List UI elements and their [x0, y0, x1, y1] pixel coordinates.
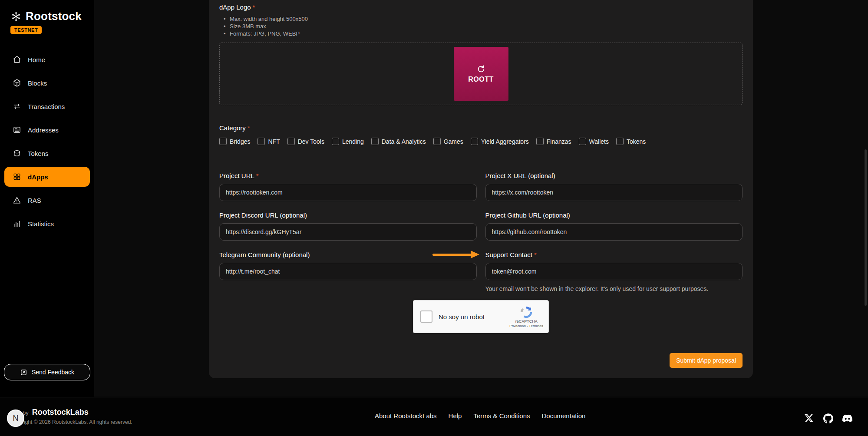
github-icon[interactable]: [823, 413, 833, 423]
logo-preview: ROOTT: [454, 47, 508, 101]
project-github-url-input[interactable]: [485, 223, 743, 241]
rootstock-logo-icon: [10, 11, 22, 22]
required-marker: *: [256, 172, 259, 179]
sidebar: Rootstock TESTNET Home Blocks: [0, 0, 94, 397]
field-support-contact: Support Contact* Your email won't be sho…: [485, 251, 743, 292]
sidebar-item-blocks[interactable]: Blocks: [0, 71, 94, 95]
project-url-input[interactable]: [219, 184, 477, 201]
bar-chart-icon: [12, 219, 22, 228]
home-icon: [12, 55, 22, 64]
addresses-icon: [12, 126, 22, 134]
footer-brand-name[interactable]: RootstockLabs: [32, 408, 89, 417]
testnet-badge: TESTNET: [10, 26, 42, 34]
sidebar-item-home[interactable]: Home: [0, 48, 94, 71]
checkbox-icon[interactable]: [579, 138, 586, 145]
checkbox-icon[interactable]: [287, 138, 295, 145]
checkbox-icon[interactable]: [433, 138, 441, 145]
scrollbar-thumb[interactable]: [865, 149, 867, 306]
logo-requirement: Max. width and height 500x500: [224, 15, 743, 23]
category-checkbox-yield-aggregators[interactable]: Yield Aggregators: [471, 138, 529, 145]
category-option-label: Dev Tools: [298, 138, 324, 145]
sidebar-item-addresses[interactable]: Addresses: [0, 118, 94, 142]
tokens-icon: [12, 149, 22, 158]
notification-badge[interactable]: N: [7, 410, 24, 427]
dapp-proposal-form: dApp Logo* Max. width and height 500x500…: [209, 0, 753, 378]
footer-link-about[interactable]: About RootstockLabs: [375, 412, 437, 419]
x-twitter-icon[interactable]: [804, 413, 814, 423]
category-checkbox-bridges[interactable]: Bridges: [219, 138, 250, 145]
project-x-url-input[interactable]: [485, 184, 743, 201]
logo-requirement: Formats: JPG, PNG, WEBP: [224, 30, 743, 37]
checkbox-icon[interactable]: [536, 138, 544, 145]
dapp-logo-label: dApp Logo*: [219, 3, 743, 11]
checkbox-icon[interactable]: [219, 138, 227, 145]
recaptcha-brand: reCAPTCHA: [515, 319, 538, 324]
annotation-arrow-icon: [432, 251, 480, 258]
sidebar-item-transactions[interactable]: Transactions: [0, 95, 94, 118]
sidebar-item-label: Tokens: [28, 150, 49, 157]
category-checkbox-games[interactable]: Games: [433, 138, 463, 145]
category-checkbox-dev-tools[interactable]: Dev Tools: [287, 138, 324, 145]
feedback-label: Send Feedback: [32, 369, 74, 376]
field-project-github-url: Project Github URL (optional): [485, 211, 743, 241]
sidebar-item-tokens[interactable]: Tokens: [0, 142, 94, 165]
logo-upload-dropzone[interactable]: ROOTT: [219, 43, 743, 105]
submit-row: Submit dApp proposal: [219, 353, 743, 368]
footer-links: About RootstockLabs Help Terms & Conditi…: [375, 412, 585, 419]
field-label: Project Discord URL (optional): [219, 211, 477, 219]
field-project-x-url: Project X URL (optional): [485, 172, 743, 201]
sidebar-item-dapps[interactable]: dApps: [4, 167, 90, 187]
project-discord-url-input[interactable]: [219, 223, 477, 241]
support-contact-helper: Your email won't be shown in the explore…: [485, 285, 743, 292]
checkbox-icon[interactable]: [371, 138, 379, 145]
field-label: Project X URL (optional): [485, 172, 743, 179]
category-checkbox-wallets[interactable]: Wallets: [579, 138, 609, 145]
required-marker: *: [253, 3, 255, 11]
field-project-discord-url: Project Discord URL (optional): [219, 211, 477, 241]
category-option-label: NFT: [268, 138, 280, 145]
category-option-label: Data & Analytics: [382, 138, 426, 145]
logo-requirements: Max. width and height 500x500 Size 3MB m…: [224, 15, 743, 37]
category-checkbox-tokens[interactable]: Tokens: [616, 138, 646, 145]
checkbox-icon[interactable]: [257, 138, 265, 145]
main-content: dApp Logo* Max. width and height 500x500…: [94, 0, 868, 397]
sidebar-nav: Home Blocks Transactions: [0, 48, 94, 235]
recaptcha-logo-icon: [520, 306, 533, 319]
field-label: Support Contact*: [485, 251, 743, 258]
category-option-label: Wallets: [589, 138, 609, 145]
category-checkbox-lending[interactable]: Lending: [332, 138, 364, 145]
support-contact-input[interactable]: [485, 263, 743, 280]
category-checkbox-finanzas[interactable]: Finanzas: [536, 138, 571, 145]
sidebar-item-statistics[interactable]: Statistics: [0, 212, 94, 235]
discord-icon[interactable]: [842, 413, 852, 423]
sidebar-item-label: Statistics: [28, 220, 54, 228]
footer-link-terms[interactable]: Terms & Conditions: [473, 412, 530, 419]
category-option-label: Games: [444, 138, 463, 145]
field-label: Project Github URL (optional): [485, 211, 743, 219]
feedback-icon: [20, 369, 27, 376]
sidebar-item-label: Home: [28, 56, 45, 63]
brand[interactable]: Rootstock: [0, 0, 94, 23]
page: Rootstock TESTNET Home Blocks: [0, 0, 868, 436]
checkbox-icon[interactable]: [332, 138, 339, 145]
category-label: Category*: [219, 124, 743, 132]
recaptcha-checkbox[interactable]: [420, 310, 432, 323]
recaptcha-privacy-terms[interactable]: Privacidad - Términos: [509, 324, 543, 328]
sidebar-item-label: Blocks: [28, 79, 47, 87]
footer-link-documentation[interactable]: Documentation: [542, 412, 586, 419]
sidebar-item-ras[interactable]: RAS: [0, 188, 94, 212]
category-option-label: Tokens: [627, 138, 646, 145]
telegram-community-input[interactable]: [219, 263, 477, 280]
send-feedback-button[interactable]: Send Feedback: [4, 364, 90, 380]
checkbox-icon[interactable]: [616, 138, 624, 145]
checkbox-icon[interactable]: [471, 138, 478, 145]
category-checkbox-nft[interactable]: NFT: [257, 138, 280, 145]
category-options: Bridges NFT Dev Tools Lending Data & Ana…: [219, 138, 743, 145]
footer-link-help[interactable]: Help: [449, 412, 462, 419]
recaptcha-brand-block: reCAPTCHA Privacidad - Términos: [509, 306, 543, 328]
submit-dapp-proposal-button[interactable]: Submit dApp proposal: [670, 353, 743, 368]
category-option-label: Finanzas: [547, 138, 571, 145]
footer-brand-block: Built by RootstockLabs Copyright © 2026 …: [10, 408, 132, 425]
sidebar-item-label: Addresses: [28, 126, 59, 134]
category-checkbox-data-analytics[interactable]: Data & Analytics: [371, 138, 426, 145]
